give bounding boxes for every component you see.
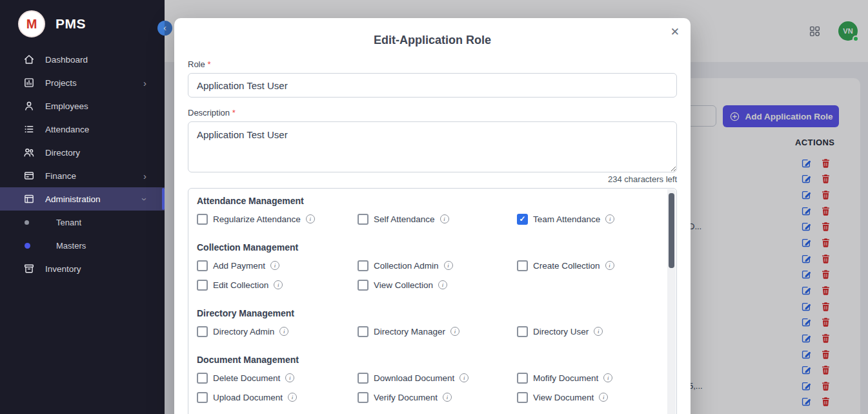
attendance-icon bbox=[23, 123, 35, 135]
permissions-list: Attendance ManagementRegularize Attendan… bbox=[188, 189, 667, 414]
checkbox-unchecked[interactable] bbox=[358, 326, 368, 337]
info-icon: i bbox=[285, 373, 294, 382]
permission-item-directory-manager[interactable]: Directory Manageri bbox=[358, 322, 517, 341]
permission-label: Create Collection bbox=[533, 261, 600, 271]
permission-item-directory-admin[interactable]: Directory Admini bbox=[197, 322, 358, 341]
permission-grid: Regularize AttendanceiSelf Attendancei✓T… bbox=[197, 209, 667, 229]
info-icon: i bbox=[279, 327, 288, 336]
permissions-panel: Attendance ManagementRegularize Attendan… bbox=[188, 188, 677, 414]
sidebar-item-label: Administration bbox=[45, 194, 101, 204]
role-label-text: Role bbox=[188, 59, 205, 69]
permission-item-view-document[interactable]: View Documenti bbox=[517, 388, 667, 407]
permission-group-title: Directory Management bbox=[197, 307, 667, 319]
permission-item-self-attendance[interactable]: Self Attendancei bbox=[358, 209, 517, 229]
checkbox-unchecked[interactable] bbox=[517, 260, 528, 271]
checkbox-unchecked[interactable] bbox=[358, 214, 368, 225]
checkbox-unchecked[interactable] bbox=[197, 373, 208, 384]
checkbox-unchecked[interactable] bbox=[197, 392, 208, 403]
characters-left: 234 characters left bbox=[188, 174, 677, 184]
sidebar-item-finance[interactable]: Finance› bbox=[0, 164, 165, 187]
sidebar-nav: DashboardProjects›EmployeesAttendanceDir… bbox=[0, 48, 165, 280]
checkbox-unchecked[interactable] bbox=[517, 326, 528, 337]
role-input[interactable] bbox=[188, 73, 677, 98]
checkbox-unchecked[interactable] bbox=[358, 260, 368, 271]
app-logo: M PMS bbox=[0, 0, 165, 44]
required-asterisk: * bbox=[207, 59, 210, 69]
sidebar-subitem-masters[interactable]: Masters bbox=[0, 234, 165, 257]
sidebar-item-administration[interactable]: Administration› bbox=[0, 187, 165, 211]
permission-item-verify-document[interactable]: Verify Documenti bbox=[358, 388, 517, 407]
permission-item-add-payment[interactable]: Add Paymenti bbox=[197, 256, 358, 275]
permission-item-team-attendance[interactable]: ✓Team Attendancei bbox=[517, 209, 667, 229]
scrollbar-thumb[interactable] bbox=[669, 193, 674, 268]
permission-item-mofify-document[interactable]: Mofify Documenti bbox=[517, 368, 667, 388]
permission-item-directory-user[interactable]: Directory Useri bbox=[517, 322, 667, 341]
permission-item-regularize-attendance[interactable]: Regularize Attendancei bbox=[197, 209, 358, 229]
sidebar-item-label: Attendance bbox=[45, 125, 89, 134]
permission-item-create-collection[interactable]: Create Collectioni bbox=[517, 256, 667, 275]
sidebar-item-employees[interactable]: Employees bbox=[0, 94, 165, 118]
permission-item-view-collection[interactable]: View Collectioni bbox=[358, 275, 517, 295]
permission-item-delete-document[interactable]: Delete Documenti bbox=[197, 368, 358, 388]
role-label: Role * bbox=[188, 59, 677, 69]
checkbox-unchecked[interactable] bbox=[358, 373, 368, 384]
checkbox-unchecked[interactable] bbox=[358, 280, 368, 291]
permission-label: Download Document bbox=[374, 373, 454, 383]
chevron-right-icon: › bbox=[143, 78, 146, 88]
sidebar-subitem-label: Tenant bbox=[56, 218, 81, 227]
info-icon: i bbox=[603, 373, 612, 382]
checkbox-checked[interactable]: ✓ bbox=[517, 214, 528, 225]
chevron-right-icon: › bbox=[143, 171, 146, 181]
checkbox-unchecked[interactable] bbox=[517, 392, 528, 403]
info-icon: i bbox=[594, 327, 603, 336]
bullet-icon bbox=[25, 220, 29, 225]
modal-title: Edit-Application Role bbox=[174, 18, 691, 48]
description-label-text: Description bbox=[188, 108, 230, 118]
permission-group-title: Attendance Management bbox=[197, 195, 667, 207]
required-asterisk: * bbox=[232, 108, 236, 118]
permission-label: View Collection bbox=[374, 280, 433, 290]
employee-icon bbox=[23, 100, 35, 112]
finance-icon bbox=[23, 170, 35, 181]
permission-grid: Add PaymentiCollection AdminiCreate Coll… bbox=[197, 256, 667, 295]
sidebar-item-projects[interactable]: Projects› bbox=[0, 71, 165, 94]
checkbox-unchecked[interactable] bbox=[197, 280, 208, 291]
sidebar-item-dashboard[interactable]: Dashboard bbox=[0, 48, 165, 71]
checkbox-unchecked[interactable] bbox=[517, 373, 528, 384]
chevron-down-icon: › bbox=[140, 198, 150, 201]
sidebar-item-attendance[interactable]: Attendance bbox=[0, 118, 165, 141]
sidebar-item-label: Dashboard bbox=[45, 55, 88, 65]
scrollbar[interactable] bbox=[667, 189, 676, 414]
checkbox-unchecked[interactable] bbox=[197, 214, 208, 225]
modal-body: Role * Description * Application Test Us… bbox=[174, 59, 691, 414]
app-name: PMS bbox=[56, 16, 86, 32]
permission-item-edit-collection[interactable]: Edit Collectioni bbox=[197, 275, 358, 295]
checkbox-unchecked[interactable] bbox=[358, 392, 368, 403]
sidebar-item-inventory[interactable]: Inventory bbox=[0, 257, 165, 280]
permission-item-upload-document[interactable]: Upload Documenti bbox=[197, 388, 358, 407]
sidebar: M PMS DashboardProjects›EmployeesAttenda… bbox=[0, 0, 165, 414]
description-textarea[interactable]: Application Test User bbox=[188, 121, 677, 172]
permission-label: Delete Document bbox=[213, 373, 280, 383]
permission-label: Upload Document bbox=[213, 393, 283, 402]
permission-label: Directory User bbox=[533, 327, 589, 336]
close-button[interactable]: ✕ bbox=[671, 25, 680, 39]
info-icon: i bbox=[438, 280, 447, 289]
info-icon: i bbox=[270, 261, 279, 270]
permission-label: Regularize Attendance bbox=[213, 214, 301, 224]
permission-item-collection-admin[interactable]: Collection Admini bbox=[358, 256, 517, 275]
permission-label: Directory Admin bbox=[213, 327, 274, 336]
info-icon: i bbox=[288, 393, 297, 402]
sidebar-subitem-label: Masters bbox=[56, 241, 86, 251]
checkbox-unchecked[interactable] bbox=[197, 260, 208, 271]
sidebar-item-label: Employees bbox=[45, 101, 88, 111]
sidebar-subitem-tenant[interactable]: Tenant bbox=[0, 211, 165, 234]
edit-application-role-modal: Edit-Application Role ✕ Role * Descripti… bbox=[174, 18, 691, 414]
permission-item-download-document[interactable]: Download Documenti bbox=[358, 368, 517, 388]
sidebar-item-label: Projects bbox=[45, 78, 77, 88]
checkbox-unchecked[interactable] bbox=[197, 326, 208, 337]
permission-label: Verify Document bbox=[374, 393, 438, 402]
sidebar-item-directory[interactable]: Directory bbox=[0, 141, 165, 164]
permission-label: View Document bbox=[533, 393, 594, 402]
bullet-icon bbox=[25, 243, 30, 249]
